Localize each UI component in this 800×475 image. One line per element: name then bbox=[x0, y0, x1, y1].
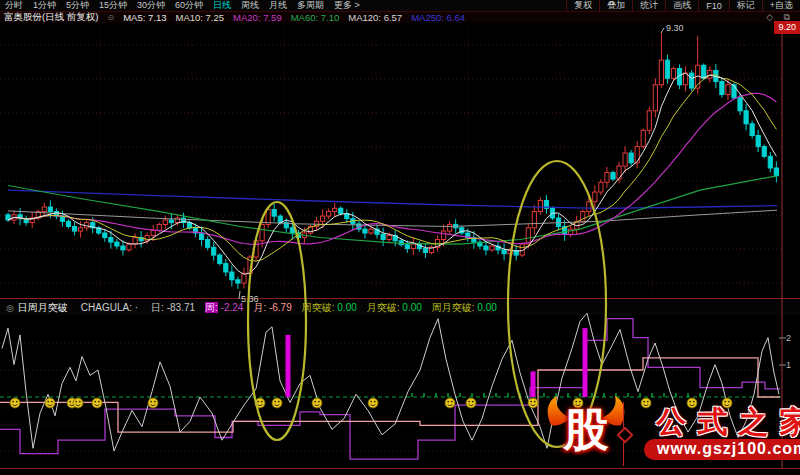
menu-item-adjust[interactable]: 复权 bbox=[566, 0, 599, 12]
smiley-icon bbox=[45, 398, 55, 408]
lower-axis-label-2: 2 bbox=[786, 333, 791, 343]
menu-item-draw-line[interactable]: 画线 bbox=[665, 0, 698, 12]
settings-dot-icon[interactable]: ⊙ bbox=[107, 13, 114, 22]
signal-bars bbox=[286, 328, 588, 397]
tab-60min[interactable]: 60分钟 bbox=[175, 0, 203, 12]
tab-15min[interactable]: 15分钟 bbox=[99, 0, 127, 12]
smiley-icon bbox=[466, 398, 476, 408]
watermark-site-name: 公式之家 bbox=[656, 407, 800, 437]
ma10-line bbox=[8, 75, 776, 261]
ma-value-0: MA5: 7.13 bbox=[123, 12, 166, 23]
watermark-logo-char: 股 bbox=[564, 408, 609, 453]
menu-item-mark[interactable]: 标记 bbox=[729, 0, 762, 12]
ma-values: MA5: 7.13MA10: 7.25MA20: 7.59MA60: 7.10M… bbox=[123, 12, 465, 23]
ma-value-4: MA120: 6.57 bbox=[348, 12, 402, 23]
watermark-diamond-icon bbox=[617, 426, 634, 443]
smiley-icon bbox=[312, 398, 322, 408]
top-price-axis-badge: 9.20 bbox=[774, 21, 800, 34]
price-annotations: 9.305.36 bbox=[239, 23, 684, 304]
tab-monthly[interactable]: 月线 bbox=[269, 0, 287, 12]
tab-daily[interactable]: 日线 bbox=[213, 0, 231, 12]
price-annotation: 9.30 bbox=[666, 23, 684, 33]
menu-item-stats[interactable]: 统计 bbox=[632, 0, 665, 12]
menu-item-add-watchlist[interactable]: +自选 bbox=[762, 0, 800, 12]
tab-30min[interactable]: 30分钟 bbox=[137, 0, 165, 12]
stock-info-bar: 富奥股份(日线 前复权) ⊙ MA5: 7.13MA10: 7.25MA20: … bbox=[0, 12, 800, 23]
watermark-url: www.gszj100.com bbox=[644, 439, 800, 460]
smiley-icon bbox=[148, 398, 158, 408]
ma60-line bbox=[8, 176, 777, 244]
smiley-icon bbox=[272, 398, 282, 408]
trading-app-window: 分时1分钟5分钟15分钟30分钟60分钟日线周线月线多周期更多 > 复权叠加统计… bbox=[0, 0, 800, 475]
watermark-bull-logo: 股 bbox=[543, 398, 629, 470]
tab-weekly[interactable]: 周线 bbox=[241, 0, 259, 12]
smiley-icon bbox=[528, 398, 538, 408]
candles bbox=[6, 33, 779, 289]
ma-value-3: MA60: 7.10 bbox=[291, 12, 340, 23]
menu-item-f10[interactable]: F10 bbox=[698, 1, 729, 11]
smiley-icon bbox=[73, 398, 83, 408]
ma120-line bbox=[8, 210, 777, 226]
watermark: 股 公式之家 www.gszj100.com bbox=[543, 397, 800, 470]
stock-title: 富奥股份(日线 前复权) bbox=[4, 11, 98, 24]
lower-axis-label-1: 1 bbox=[786, 360, 791, 370]
ma-value-2: MA20: 7.59 bbox=[233, 12, 282, 23]
tab-multi-period[interactable]: 多周期 bbox=[297, 0, 324, 12]
period-menu-bar: 分时1分钟5分钟15分钟30分钟60分钟日线周线月线多周期更多 > 复权叠加统计… bbox=[0, 0, 800, 12]
smiley-icon bbox=[92, 398, 102, 408]
tab-more[interactable]: 更多 > bbox=[334, 0, 360, 12]
smiley-icon bbox=[445, 398, 455, 408]
ma20-line bbox=[8, 93, 776, 244]
price-annotation: 5.36 bbox=[241, 294, 259, 304]
ma-value-5: MA250: 6.64 bbox=[411, 12, 465, 23]
ma-value-1: MA10: 7.25 bbox=[175, 12, 224, 23]
smiley-icon bbox=[368, 398, 378, 408]
smiley-icon bbox=[10, 398, 20, 408]
menu-item-overlay[interactable]: 叠加 bbox=[599, 0, 632, 12]
tool-menu: 复权叠加统计画线F10标记+自选 bbox=[566, 0, 800, 12]
watermark-text-block: 公式之家 www.gszj100.com bbox=[644, 407, 800, 460]
